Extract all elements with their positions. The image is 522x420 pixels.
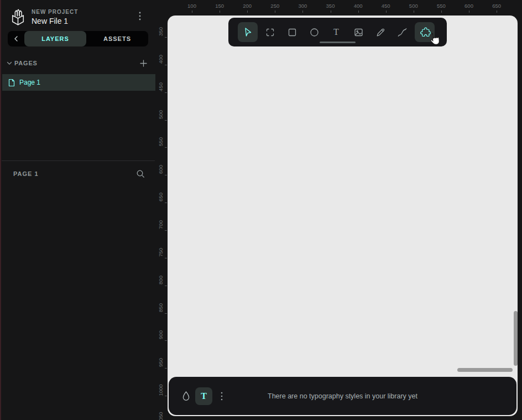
ruler-tick	[247, 11, 248, 13]
ruler-label: 350	[326, 3, 335, 9]
ruler-tick	[165, 175, 167, 175]
ruler-label: 650	[158, 193, 164, 201]
ellipse-tool-button[interactable]	[304, 22, 324, 42]
ruler-tick	[165, 147, 167, 148]
ruler-tick	[275, 11, 275, 13]
ruler-tick	[165, 120, 167, 121]
ruler-label: 650	[492, 3, 501, 9]
search-icon	[136, 169, 145, 178]
ruler-tick	[302, 11, 303, 13]
board-tool-button[interactable]	[260, 22, 280, 42]
ruler-tick	[165, 92, 167, 93]
ruler-tick	[165, 203, 167, 203]
left-sidebar: NEW PROJECT New File 1 LAYERS ASSETS PAG…	[0, 0, 155, 420]
ruler-tick	[165, 230, 167, 231]
document-icon	[8, 79, 15, 87]
sidebar-tabbar: LAYERS ASSETS	[8, 31, 148, 46]
ruler-label: 1000	[158, 384, 164, 396]
layers-panel-header: PAGE 1	[13, 169, 146, 179]
plus-icon	[140, 60, 147, 67]
ruler-tick	[358, 11, 359, 13]
square-icon	[286, 27, 298, 38]
ruler-label: 850	[158, 303, 164, 312]
ruler-tick	[414, 11, 414, 13]
ruler-label: 500	[409, 3, 418, 9]
ruler-label: 450	[382, 3, 390, 9]
file-name: New File 1	[32, 17, 78, 25]
ruler-label: 550	[158, 137, 164, 146]
ruler-tick	[192, 11, 192, 13]
window-left-edge	[0, 0, 1, 420]
corner-brackets-icon	[264, 27, 276, 38]
plugins-tool-button[interactable]	[415, 22, 435, 42]
penpot-logo-icon	[9, 8, 27, 27]
ruler-label: 250	[270, 3, 279, 9]
ruler-label: 150	[215, 3, 224, 9]
cursor-arrow-icon	[242, 27, 253, 38]
layers-page-title: PAGE 1	[13, 170, 39, 177]
ruler-tick	[165, 258, 167, 258]
circle-icon	[309, 27, 320, 38]
text-tool-button[interactable]: T	[326, 22, 346, 42]
ruler-label: 600	[464, 3, 473, 9]
horizontal-ruler[interactable]: 100150200250300350400450500550600650	[155, 0, 522, 15]
ruler-label: 700	[158, 220, 164, 229]
ruler-label: 400	[158, 55, 164, 64]
search-layers-button[interactable]	[135, 168, 146, 179]
pencil-icon	[375, 27, 387, 38]
ruler-tick	[165, 368, 167, 369]
ruler-tick	[220, 11, 220, 13]
ruler-tick	[331, 11, 331, 13]
library-menu-button[interactable]	[214, 387, 229, 405]
ruler-label: 900	[158, 330, 164, 339]
page-name: Page 1	[19, 79, 40, 86]
image-tool-button[interactable]	[348, 22, 368, 42]
move-tool-button[interactable]	[238, 22, 258, 42]
typography-styles-button[interactable]: T	[195, 387, 212, 405]
ruler-tick	[441, 11, 442, 13]
ruler-tick	[165, 286, 167, 286]
pages-section-header: PAGES	[7, 59, 148, 68]
file-header: NEW PROJECT New File 1	[9, 7, 147, 27]
picture-icon	[353, 27, 364, 38]
canvas-viewport[interactable]	[168, 15, 518, 416]
project-name: NEW PROJECT	[32, 9, 78, 15]
collapse-sidebar-button[interactable]	[8, 31, 24, 46]
kebab-vertical-icon	[221, 392, 223, 401]
ruler-label: 550	[437, 3, 446, 9]
color-styles-button[interactable]	[178, 387, 194, 405]
toolbar-drag-handle[interactable]	[320, 42, 356, 43]
add-page-button[interactable]	[138, 58, 148, 68]
pen-tool-button[interactable]	[370, 22, 390, 42]
vertical-ruler[interactable]: 3504004505005506006507007508008509009501…	[155, 15, 168, 420]
vertical-scrollbar[interactable]	[514, 311, 518, 366]
ruler-label: 600	[158, 165, 164, 174]
ruler-label: 950	[158, 358, 164, 367]
page-list-item[interactable]: Page 1	[2, 74, 155, 91]
ruler-label: 100	[187, 3, 196, 9]
ruler-label: 400	[354, 3, 363, 9]
horizontal-scrollbar[interactable]	[457, 368, 513, 372]
puzzle-icon	[419, 27, 431, 38]
ruler-tick	[497, 11, 497, 13]
pages-title: PAGES	[14, 60, 38, 66]
letter-t-icon: T	[333, 28, 339, 37]
tab-layers[interactable]: LAYERS	[24, 31, 86, 46]
tab-assets[interactable]: ASSETS	[86, 31, 148, 46]
chevron-down-icon[interactable]	[7, 61, 12, 65]
chevron-left-icon	[14, 36, 18, 42]
ruler-label: 300	[298, 3, 307, 9]
ruler-label: 800	[158, 276, 164, 284]
typography-library-bar: T There are no typography styles in your…	[169, 377, 516, 415]
file-menu-button[interactable]	[133, 9, 147, 23]
ruler-tick	[165, 65, 167, 65]
ruler-label: 200	[243, 3, 252, 9]
rectangle-tool-button[interactable]	[282, 22, 302, 42]
path-tool-button[interactable]	[393, 22, 413, 42]
ruler-tick	[165, 340, 167, 341]
file-titles: NEW PROJECT New File 1	[32, 9, 78, 25]
ruler-label: 450	[158, 82, 164, 91]
ruler-tick	[469, 11, 469, 13]
ruler-label: 1050	[158, 412, 164, 420]
letter-t-icon: T	[201, 392, 207, 401]
